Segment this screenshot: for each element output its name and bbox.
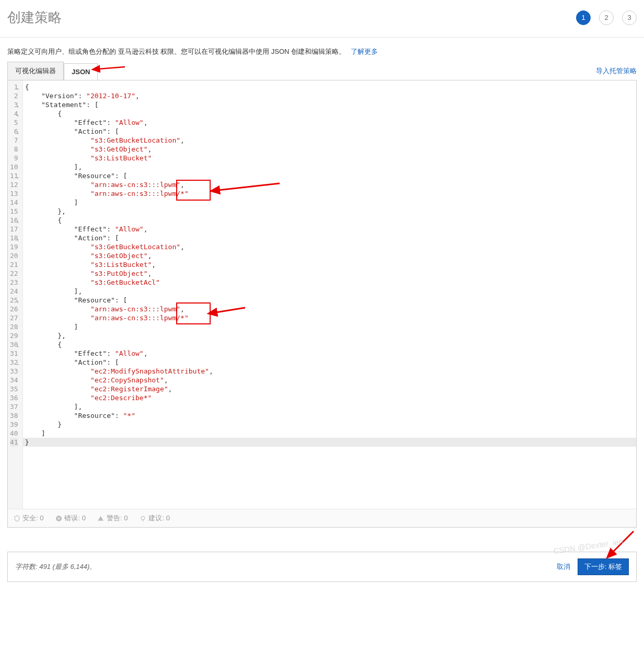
status-suggestions: 建议: 0 xyxy=(139,514,169,523)
status-warnings: 警告: 0 xyxy=(97,514,128,523)
import-managed-policy-link[interactable]: 导入托管策略 xyxy=(596,62,637,80)
annotation-arrow-tab xyxy=(96,62,128,74)
svg-point-4 xyxy=(141,516,145,520)
status-security: 安全: 0 xyxy=(13,514,43,523)
step-3: 3 xyxy=(622,10,637,25)
shield-icon xyxy=(13,515,20,522)
editor-status-bar: 安全: 0 错误: 0 警告: 0 建议: 0 xyxy=(8,509,636,527)
step-indicator: 1 2 3 xyxy=(576,10,637,25)
page-title: 创建策略 xyxy=(7,8,576,27)
next-step-button[interactable]: 下一步: 标签 xyxy=(578,558,629,575)
tab-visual-editor[interactable]: 可视化编辑器 xyxy=(7,62,64,80)
step-1: 1 xyxy=(576,10,591,25)
learn-more-link[interactable]: 了解更多 xyxy=(351,48,378,55)
description-text: 策略定义可向用户、组或角色分配的 亚马逊云科技 权限。您可以在可视化编辑器中使用… xyxy=(7,48,346,55)
annotation-arrow-next xyxy=(602,529,639,559)
warning-icon xyxy=(97,515,105,522)
description-bar: 策略定义可向用户、组或角色分配的 亚马逊云科技 权限。您可以在可视化编辑器中使用… xyxy=(0,38,644,62)
error-icon xyxy=(55,515,62,522)
step-2: 2 xyxy=(599,10,614,25)
svg-line-6 xyxy=(613,531,634,552)
json-editor[interactable]: 1234567891011121314151617181920212223242… xyxy=(8,80,636,509)
character-count: 字符数: 491 (最多 6,144)。 xyxy=(15,562,557,572)
svg-line-0 xyxy=(99,67,125,69)
tab-json[interactable]: JSON xyxy=(64,63,98,80)
lightbulb-icon xyxy=(139,515,146,522)
status-errors: 错误: 0 xyxy=(55,514,85,523)
cancel-button[interactable]: 取消 xyxy=(557,562,570,572)
